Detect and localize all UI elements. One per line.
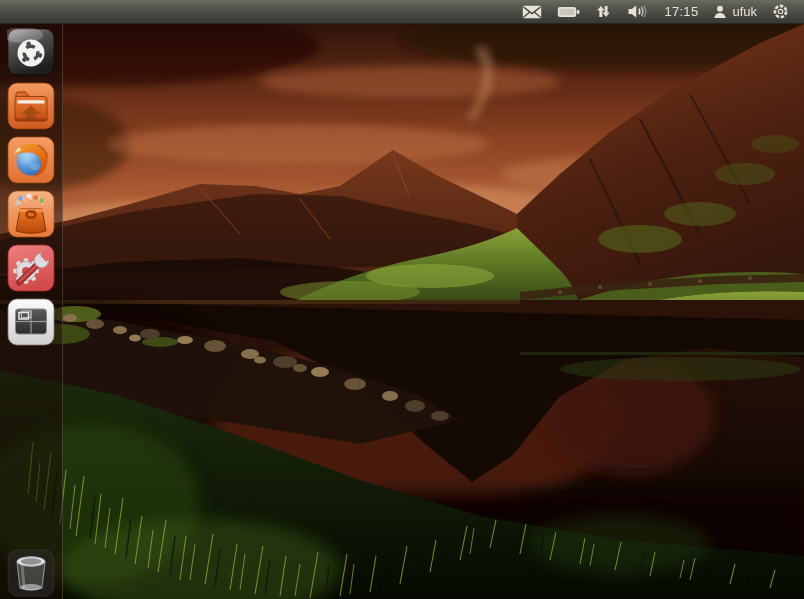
gear-wrench-icon — [7, 244, 55, 292]
launcher-item-home-folder[interactable] — [7, 82, 55, 130]
user-menu[interactable]: ufuk — [712, 0, 758, 23]
indicator-area: 17:15 ufuk — [521, 0, 804, 23]
launcher-item-dash-home[interactable] — [7, 28, 55, 76]
home-folder-icon — [7, 82, 55, 130]
launcher — [0, 24, 63, 599]
ubuntu-logo-icon — [7, 28, 55, 76]
shopping-bag-icon — [7, 190, 55, 238]
mail-envelope-icon — [522, 5, 542, 19]
battery-menu[interactable] — [556, 0, 581, 23]
speaker-icon — [627, 4, 649, 19]
launcher-item-firefox[interactable] — [7, 136, 55, 184]
firefox-globe-icon — [7, 136, 55, 184]
launcher-item-system-settings[interactable] — [7, 244, 55, 292]
session-gear-icon — [772, 3, 789, 20]
wallpaper-image — [0, 24, 804, 599]
launcher-item-workspace-switcher[interactable] — [7, 298, 55, 346]
username: ufuk — [732, 4, 757, 19]
trash-bin-icon — [7, 549, 55, 597]
workspace-grid-icon — [7, 298, 55, 346]
clock-indicator[interactable]: 17:15 — [663, 0, 699, 23]
top-panel: 17:15 ufuk — [0, 0, 804, 24]
launcher-item-software-center[interactable] — [7, 190, 55, 238]
sound-menu[interactable] — [626, 0, 650, 23]
desktop: 17:15 ufuk — [0, 0, 804, 599]
network-menu[interactable] — [594, 0, 613, 23]
updown-arrows-icon — [595, 4, 612, 19]
messages-menu[interactable] — [521, 0, 543, 23]
battery-icon — [557, 6, 580, 18]
launcher-item-trash[interactable] — [7, 549, 55, 597]
session-menu[interactable] — [771, 0, 790, 23]
user-silhouette-icon — [713, 5, 727, 19]
